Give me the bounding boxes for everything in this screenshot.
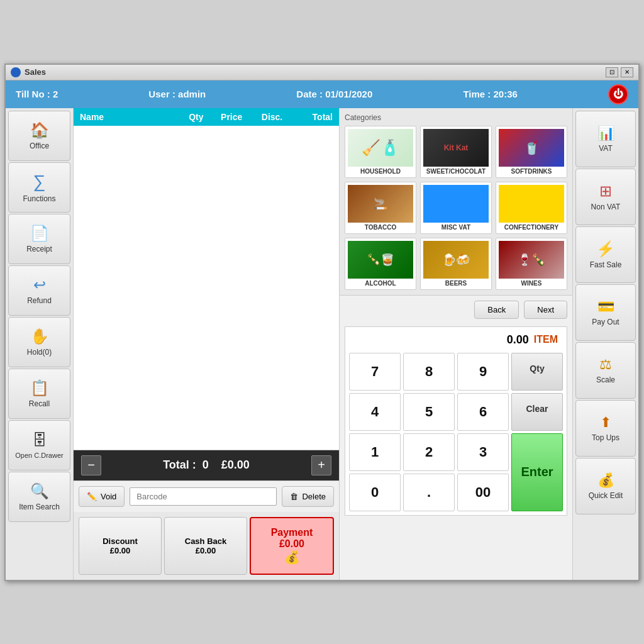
category-softdrinks-label: SOFTDRINKS xyxy=(499,168,564,175)
sidebar-item-open-drawer[interactable]: Open C.Drawer xyxy=(8,420,70,470)
categories-grid: 🧹🧴 HOUSEHOLD Kit Kat SWEET/CHOCOLAT 🥤 xyxy=(345,126,567,290)
qty-button[interactable]: Qty xyxy=(511,353,563,391)
header-bar: Till No : 2 User : admin Date : 01/01/20… xyxy=(6,80,638,108)
num-6-button[interactable]: 6 xyxy=(457,393,509,431)
categories-area: Categories 🧹🧴 HOUSEHOLD Kit Kat SWEET/CH… xyxy=(340,108,572,296)
category-beers[interactable]: 🍺🍻 BEERS xyxy=(420,238,492,290)
category-alcohol-label: ALCOHOL xyxy=(348,280,413,287)
barcode-input[interactable] xyxy=(130,487,277,506)
num-5-button[interactable]: 5 xyxy=(403,393,455,431)
category-miscvat-label: MISC VAT xyxy=(423,224,489,231)
scale-icon xyxy=(599,357,612,373)
clear-button[interactable]: Clear xyxy=(511,393,563,431)
plus-button[interactable]: + xyxy=(311,455,331,475)
numpad-item-label: ITEM xyxy=(534,334,558,345)
quickedit-icon xyxy=(597,472,614,489)
fastsale-button[interactable]: Fast Sale xyxy=(575,226,636,283)
num-dot-button[interactable]: . xyxy=(403,474,455,511)
scale-button[interactable]: Scale xyxy=(575,342,636,399)
close-button[interactable]: ✕ xyxy=(621,67,633,77)
num-2-button[interactable]: 2 xyxy=(403,433,455,471)
category-confectionery-label: CONFECTIONERY xyxy=(499,224,564,231)
quickedit-button[interactable]: Quick Edit xyxy=(575,458,636,514)
total-display: Total : 0 £0.00 xyxy=(108,458,305,472)
category-sweet-img: Kit Kat xyxy=(423,129,489,167)
table-header: Name Qty Price Disc. Total xyxy=(74,108,339,126)
sidebar-item-office[interactable]: Office xyxy=(8,111,70,161)
refund-icon xyxy=(33,276,46,294)
sidebar-label-receipt: Receipt xyxy=(26,245,52,253)
numpad-value: 0.00 xyxy=(507,333,529,347)
nonvat-button[interactable]: Non VAT xyxy=(575,169,636,225)
category-beers-img: 🍺🍻 xyxy=(423,241,489,279)
num-7-button[interactable]: 7 xyxy=(349,353,401,391)
sidebar-item-search[interactable]: Item Search xyxy=(8,472,70,522)
house-icon xyxy=(30,121,49,139)
col-header-price: Price xyxy=(211,112,252,122)
sidebar-item-refund[interactable]: Refund xyxy=(8,265,70,316)
num-4-button[interactable]: 4 xyxy=(349,393,401,431)
sidebar-label-recall: Recall xyxy=(29,399,50,408)
trash-icon: 🗑 xyxy=(290,492,298,501)
right-sidebar: VAT Non VAT Fast Sale Pay Out Scale Top … xyxy=(572,108,638,580)
navigation-buttons: Back Next xyxy=(340,296,572,324)
category-miscvat-img xyxy=(423,185,489,223)
category-softdrinks[interactable]: 🥤 SOFTDRINKS xyxy=(496,126,567,178)
num-9-button[interactable]: 9 xyxy=(457,353,509,391)
restore-button[interactable]: ⊡ xyxy=(606,67,618,77)
num-0-button[interactable]: 0 xyxy=(349,474,401,511)
right-panel: Categories 🧹🧴 HOUSEHOLD Kit Kat SWEET/CH… xyxy=(340,108,572,580)
left-sidebar: Office Functions Receipt Refund Hold(0) … xyxy=(6,108,74,580)
drawer-icon xyxy=(32,431,47,449)
sidebar-label-refund: Refund xyxy=(27,296,52,305)
category-tobacco[interactable]: 🚬 TOBACCO xyxy=(345,182,416,234)
power-button[interactable]: ⏻ xyxy=(608,84,628,104)
vat-label: VAT xyxy=(599,144,613,153)
category-wines[interactable]: 🍷🍾 WINES xyxy=(496,238,567,290)
discount-button[interactable]: Discount £0.00 xyxy=(79,517,162,575)
num-3-button[interactable]: 3 xyxy=(457,433,509,471)
num-00-button[interactable]: 00 xyxy=(457,474,509,511)
cashback-button[interactable]: Cash Back £0.00 xyxy=(164,517,247,575)
sidebar-item-recall[interactable]: Recall xyxy=(8,369,70,419)
num-8-button[interactable]: 8 xyxy=(403,353,455,391)
main-window: Sales ⊡ ✕ Till No : 2 User : admin Date … xyxy=(4,64,640,581)
num-1-button[interactable]: 1 xyxy=(349,433,401,471)
app-icon xyxy=(11,67,21,77)
next-button[interactable]: Next xyxy=(524,301,567,319)
category-household[interactable]: 🧹🧴 HOUSEHOLD xyxy=(345,126,416,178)
col-header-name: Name xyxy=(80,112,181,122)
payment-button[interactable]: Payment £0.00 💰 xyxy=(250,517,334,575)
topups-icon xyxy=(600,414,611,431)
search-icon xyxy=(30,482,49,500)
payout-button[interactable]: Pay Out xyxy=(575,284,636,341)
sidebar-item-hold[interactable]: Hold(0) xyxy=(8,317,70,367)
payout-label: Pay Out xyxy=(592,318,619,326)
fastsale-icon xyxy=(596,240,615,258)
sidebar-label-hold: Hold(0) xyxy=(27,348,52,357)
category-sweet[interactable]: Kit Kat SWEET/CHOCOLAT xyxy=(420,126,492,178)
col-header-disc: Disc. xyxy=(252,112,292,122)
enter-button[interactable]: Enter xyxy=(511,433,563,511)
category-wines-img: 🍷🍾 xyxy=(499,241,564,279)
hold-icon xyxy=(30,328,49,345)
delete-button[interactable]: 🗑 Delete xyxy=(282,486,334,507)
void-button[interactable]: ✏️ Void xyxy=(79,486,125,507)
col-header-total: Total xyxy=(292,112,333,122)
sidebar-label-functions: Functions xyxy=(23,194,55,203)
fastsale-label: Fast Sale xyxy=(590,260,622,269)
category-confectionery[interactable]: CONFECTIONERY xyxy=(496,182,567,234)
back-button[interactable]: Back xyxy=(474,301,519,319)
minus-button[interactable]: − xyxy=(81,455,101,475)
pos-table: Name Qty Price Disc. Total xyxy=(74,108,339,450)
recall-icon xyxy=(30,379,49,397)
sidebar-item-receipt[interactable]: Receipt xyxy=(8,214,70,264)
topups-button[interactable]: Top Ups xyxy=(575,400,636,457)
category-sweet-label: SWEET/CHOCOLAT xyxy=(423,168,489,175)
void-icon: ✏️ xyxy=(87,492,97,501)
vat-button[interactable]: VAT xyxy=(575,111,636,167)
category-miscvat[interactable]: MISC VAT xyxy=(420,182,492,234)
category-alcohol[interactable]: 🍾🥃 ALCOHOL xyxy=(345,238,416,290)
sidebar-item-functions[interactable]: Functions xyxy=(8,162,70,213)
category-wines-label: WINES xyxy=(499,280,564,287)
